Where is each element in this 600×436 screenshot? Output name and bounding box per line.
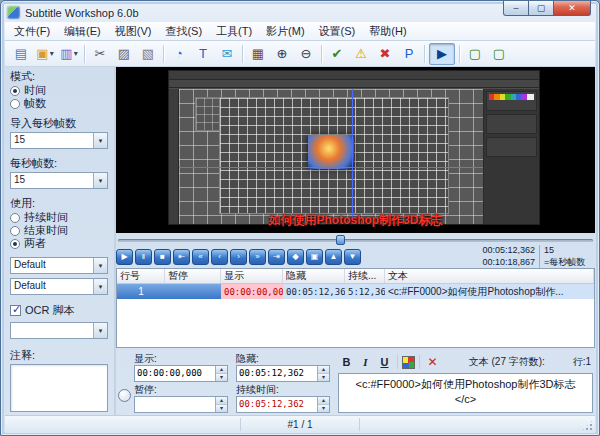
- seek-handle[interactable]: [336, 235, 345, 245]
- radio-option-use[interactable]: 结束时间: [10, 225, 108, 236]
- forward-button[interactable]: »: [249, 249, 266, 265]
- menu-item[interactable]: 影片(M): [259, 22, 312, 41]
- column-header[interactable]: 文本: [385, 269, 594, 283]
- menu-item[interactable]: 查找(S): [158, 22, 209, 41]
- spin-up-icon[interactable]: ▴: [216, 397, 227, 405]
- cell-text: <c:#FF0000>如何使用Photoshop制作...: [385, 284, 567, 299]
- title-bar[interactable]: Subtitle Workshop 6.0b: [7, 4, 479, 21]
- radio-option-use[interactable]: 两者: [10, 238, 108, 249]
- zoom-in-icon[interactable]: ⊕: [271, 43, 293, 65]
- swap-columns-icon[interactable]: ▢: [488, 43, 510, 65]
- radio-option-mode[interactable]: 帧数: [10, 98, 108, 109]
- dropdown-arrow-icon[interactable]: ▾: [93, 323, 107, 338]
- play-button[interactable]: ▶: [116, 249, 133, 265]
- show-time-spinner[interactable]: 00:00:00,000 ▴ ▾: [134, 365, 228, 382]
- hide-time-spinner[interactable]: 00:05:12,362 ▴ ▾: [236, 365, 330, 382]
- text-format-icon[interactable]: T: [192, 43, 214, 65]
- set-show-time-button[interactable]: ▲: [325, 249, 342, 265]
- new-subtitle-icon[interactable]: ▤: [10, 43, 32, 65]
- menu-item[interactable]: 工具(T): [209, 22, 259, 41]
- spin-down-icon[interactable]: ▾: [318, 374, 329, 381]
- dropdown-arrow-icon[interactable]: ▾: [93, 173, 107, 188]
- bold-button[interactable]: B: [338, 354, 355, 370]
- status-bar: #1 / 1: [5, 415, 595, 433]
- comment-icon[interactable]: ✉: [216, 43, 238, 65]
- close-button[interactable]: ✕: [553, 1, 591, 16]
- hide-time-field: 隐藏: 00:05:12,362 ▴ ▾: [236, 353, 330, 382]
- time-icon[interactable]: ◔: [168, 43, 190, 65]
- dropdown-arrow-icon[interactable]: ▾: [50, 49, 54, 58]
- translator-mode-icon[interactable]: ▢: [464, 43, 486, 65]
- spin-down-icon[interactable]: ▾: [216, 405, 227, 412]
- pascal-script-icon[interactable]: P: [398, 43, 420, 65]
- notes-textarea[interactable]: [10, 364, 108, 412]
- spin-up-icon[interactable]: ▴: [318, 397, 329, 405]
- menu-item[interactable]: 设置(S): [312, 22, 363, 41]
- zoom-out-icon[interactable]: ⊖: [295, 43, 317, 65]
- menu-item[interactable]: 文件(F): [7, 22, 57, 41]
- charset-primary-combo[interactable]: Default ▾: [10, 257, 108, 274]
- movie-icon[interactable]: ▦: [247, 43, 269, 65]
- stop-button[interactable]: ■: [154, 249, 171, 265]
- duration-spinner[interactable]: 00:05:12,362 ▴ ▾: [236, 396, 330, 413]
- set-hide-time-button[interactable]: ▼: [344, 249, 361, 265]
- step-back-button[interactable]: ‹: [211, 249, 228, 265]
- input-fps-combo[interactable]: 15 ▾: [10, 132, 108, 149]
- dropdown-arrow-icon[interactable]: ▾: [93, 279, 107, 294]
- menu-item[interactable]: 编辑(E): [57, 22, 108, 41]
- playback-rate-button[interactable]: ◆: [287, 249, 304, 265]
- check-errors-icon[interactable]: ✔: [326, 43, 348, 65]
- pause-button[interactable]: ‖: [135, 249, 152, 265]
- open-subtitle-icon[interactable]: ▣▾: [34, 43, 56, 65]
- time-knob[interactable]: [118, 389, 131, 402]
- dropdown-arrow-icon[interactable]: ▾: [74, 49, 78, 58]
- show-time-value: 00:00:00,000: [135, 366, 215, 381]
- video-preview-mode-icon[interactable]: ▶: [429, 43, 455, 65]
- cut-icon[interactable]: ✂: [89, 43, 111, 65]
- step-forward-button[interactable]: ›: [230, 249, 247, 265]
- radio-option-use[interactable]: 持续时间: [10, 212, 108, 223]
- ocr-checkbox[interactable]: ✓ OCR 脚本: [10, 303, 108, 318]
- cell-num: 1: [117, 284, 165, 299]
- spin-down-icon[interactable]: ▾: [318, 405, 329, 412]
- error-icon[interactable]: ✖: [374, 43, 396, 65]
- italic-button[interactable]: I: [357, 354, 374, 370]
- fps-combo[interactable]: 15 ▾: [10, 172, 108, 189]
- spin-up-icon[interactable]: ▴: [216, 366, 227, 374]
- hide-time-label: 隐藏:: [236, 353, 330, 365]
- menu-item[interactable]: 视图(V): [108, 22, 159, 41]
- seek-track[interactable]: [118, 239, 593, 242]
- paste-icon[interactable]: ▧: [137, 43, 159, 65]
- maximize-button[interactable]: ▢: [528, 1, 554, 16]
- column-header[interactable]: 显示: [221, 269, 283, 283]
- clear-format-icon[interactable]: ✕: [424, 354, 441, 370]
- warning-icon[interactable]: ⚠: [350, 43, 372, 65]
- subtitle-text-input[interactable]: <c:#FF0000>如何使用Photoshop制作3D标志 </c>: [338, 373, 593, 413]
- prev-subtitle-button[interactable]: ⇤: [173, 249, 190, 265]
- spin-up-icon[interactable]: ▴: [318, 366, 329, 374]
- save-subtitle-icon[interactable]: ▥▾: [58, 43, 80, 65]
- column-header[interactable]: 持续...: [345, 269, 385, 283]
- dropdown-arrow-icon[interactable]: ▾: [93, 133, 107, 148]
- pause-time-spinner[interactable]: ▴ ▾: [134, 396, 228, 413]
- minimize-button[interactable]: –: [503, 1, 529, 16]
- spin-down-icon[interactable]: ▾: [216, 374, 227, 381]
- column-header[interactable]: 暂停: [165, 269, 221, 283]
- ocr-script-combo[interactable]: ▾: [10, 322, 108, 339]
- rewind-button[interactable]: «: [192, 249, 209, 265]
- resize-grip[interactable]: [581, 419, 594, 432]
- column-header[interactable]: 行号: [117, 269, 165, 283]
- copy-icon[interactable]: ▨: [113, 43, 135, 65]
- move-subtitle-button[interactable]: ▣: [306, 249, 323, 265]
- underline-button[interactable]: U: [376, 354, 393, 370]
- charset-primary-value: Default: [11, 258, 93, 273]
- radio-option-mode[interactable]: 时间: [10, 85, 108, 96]
- next-subtitle-button[interactable]: ⇥: [268, 249, 285, 265]
- seek-bar[interactable]: [116, 234, 595, 246]
- dropdown-arrow-icon[interactable]: ▾: [93, 258, 107, 273]
- charset-secondary-combo[interactable]: Default ▾: [10, 278, 108, 295]
- menu-item[interactable]: 帮助(H): [362, 22, 413, 41]
- font-color-icon[interactable]: [402, 356, 415, 369]
- column-header[interactable]: 隐藏: [283, 269, 345, 283]
- table-row[interactable]: 100:00:00,00000:05:12,3625:12,362<c:#FF0…: [117, 284, 594, 299]
